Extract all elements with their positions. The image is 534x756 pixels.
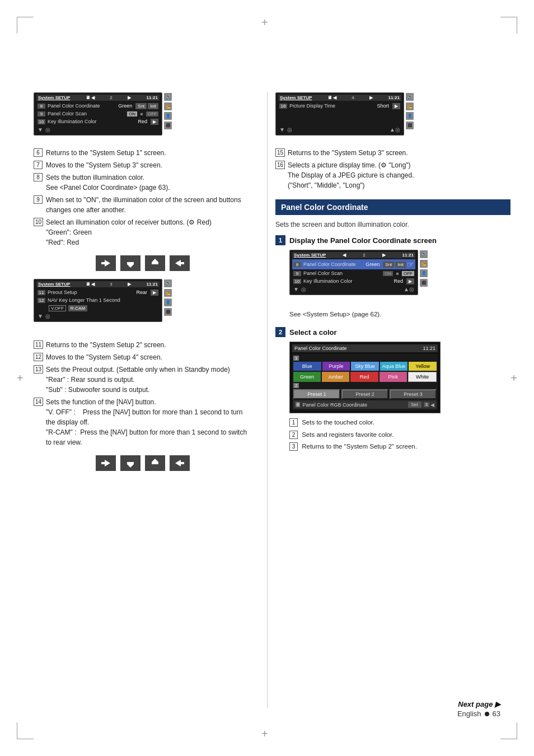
screen3-empty1 <box>278 110 401 118</box>
color-grid-body: 1 Blue Purple Sky Blue Aqua Blue Yellow … <box>292 354 438 410</box>
step1-content: System SETUP ◀ 2 ▶ 11:21 8 Panel Color C… <box>289 250 510 319</box>
corner-mark-tl <box>17 17 34 34</box>
text-15: Returns to the "System Setup 3" screen. <box>288 148 510 158</box>
step2-header: 2 Select a color <box>275 327 510 337</box>
side-icon3-2: 📻 <box>406 102 414 110</box>
nav-arrow-right2[interactable] <box>96 455 116 471</box>
screen2-nav-circle: ◎ <box>45 313 50 319</box>
step2-note2-num: 2 <box>289 431 298 439</box>
screen2-btn-voff[interactable]: V.OFF <box>49 305 66 311</box>
screen3-value16: Short <box>377 103 389 109</box>
screen1-nav-row: ▼ ◎ <box>36 125 160 133</box>
svg-marker-6 <box>152 459 158 464</box>
nav-arrow-down2[interactable] <box>120 455 140 471</box>
color-btn-pink[interactable]: Pink <box>380 372 407 382</box>
screen1-icons: 🖥 ◀ <box>86 95 95 100</box>
screen2-side-icons: 🔊 📻 👤 ⬛ <box>164 279 172 316</box>
rgb-label: Panel Color RGB Coordinate <box>302 402 407 408</box>
step1-value8: Green <box>366 262 380 267</box>
nav-arrow-up2[interactable] <box>145 455 165 471</box>
device-screen2: System SETUP 🖥 ◀ 3 ▶ 11:21 11 Preout Set… <box>34 279 162 322</box>
step1-btn-snt[interactable]: Snt <box>383 262 394 268</box>
screen1-arrow: ▶ <box>128 95 131 100</box>
color-btn-amber[interactable]: Amber <box>322 372 349 382</box>
nav-arrow-left2[interactable] <box>170 455 190 471</box>
color-btn-yellow[interactable]: Yellow <box>409 362 437 371</box>
text-13: Sets the Preout output. (Settable only w… <box>46 365 252 395</box>
side-icon2-1: 🔊 <box>164 279 172 287</box>
screen3-side-icons: 🔊 📻 👤 ⬛ <box>406 93 414 129</box>
text-14: Sets the function of the [NAV] button."V… <box>46 397 252 447</box>
step1-note: See <System Setup> (page 62). <box>289 310 510 319</box>
nav-arrows-1 <box>34 255 252 271</box>
screen1-pagenum: 2 <box>110 95 112 100</box>
side-icon2-2: 📻 <box>164 289 172 297</box>
screen3-badge16: 16 <box>279 104 287 109</box>
side-icon3-1: 🔊 <box>406 93 414 101</box>
color-btn-red[interactable]: Red <box>350 372 378 382</box>
screen2-arrow: ▶ <box>128 282 131 287</box>
preset-btn-3[interactable]: Preset 3 <box>390 389 437 399</box>
screen2-pagenum: 3 <box>110 282 112 287</box>
screen2-badge12: 12 <box>38 298 45 303</box>
preset-btn-1[interactable]: Preset 1 <box>293 389 340 399</box>
color-btn-skyblue[interactable]: Sky Blue <box>351 362 379 371</box>
step1-row10: 10 Key Illumination Color Red ▶ <box>292 277 415 285</box>
color-badge1: 1 <box>293 356 299 361</box>
screen2-label12: NAV Key Longer Than 1 Second <box>48 297 158 303</box>
crosshair-right <box>510 372 517 385</box>
screen2-btn-rcam[interactable]: R-CAM <box>68 305 87 311</box>
step1-label9: Panel Color Scan <box>303 270 378 276</box>
color-btn-aquablue[interactable]: Aqua Blue <box>380 362 408 371</box>
preset-btn-2[interactable]: Preset 2 <box>341 389 388 399</box>
column-divider <box>267 92 268 708</box>
rgb-set-btn[interactable]: Set <box>408 402 421 408</box>
screen1-value10: Red <box>138 119 147 124</box>
step1-screen-wrapper: System SETUP ◀ 2 ▶ 11:21 8 Panel Color C… <box>289 250 418 301</box>
step1-device-screen: System SETUP ◀ 2 ▶ 11:21 8 Panel Color C… <box>289 250 418 295</box>
step1-screen-time: 11:21 <box>402 253 414 258</box>
nav-arrow-down1[interactable] <box>120 255 140 271</box>
nav-arrow-left1[interactable] <box>170 255 190 271</box>
step1-screen-icons: ◀ <box>343 253 346 258</box>
step2-title: Select a color <box>289 328 337 337</box>
screen1-btn-init[interactable]: Init <box>148 103 158 109</box>
step1-btn-init[interactable]: Init <box>395 262 406 268</box>
step1-header: 1 Display the Panel Color Coordinate scr… <box>275 235 510 245</box>
desc-item-14: 14 Sets the function of the [NAV] button… <box>34 397 252 447</box>
screen1-btn-snt[interactable]: Snt <box>135 103 147 109</box>
color-btn-blue[interactable]: Blue <box>293 362 321 371</box>
screen1-row8: 8 Panel Color Coordinate Green Snt Init <box>36 102 160 110</box>
screen1-label9: Panel Color Scan <box>48 111 123 116</box>
color-grid: Panel Color Coordinate 11:21 1 Blue Purp… <box>289 342 441 413</box>
side-icon4: ⬛ <box>164 122 172 129</box>
nav-arrow-up1[interactable] <box>145 255 165 271</box>
step1-badge8: 8 <box>293 262 301 267</box>
screen3-nav-row: ▼ ◎ ▲◎ <box>278 125 401 133</box>
page-number: 63 <box>493 710 500 718</box>
screen1-row10: 10 Key Illumination Color Red ▶ <box>36 118 160 125</box>
screen1-arrow10: ▶ <box>151 119 158 125</box>
step1-row9: 9 Panel Color Scan ON ■ OFF <box>292 269 415 277</box>
step1-title: Display the Panel Color Coordinate scree… <box>289 236 437 245</box>
device-screen3: System SETUP 🖥 ◀ 4 ▶ 11:21 16 Picture Di… <box>275 92 404 136</box>
screen3-title: System SETUP <box>280 95 312 100</box>
crosshair-bottom <box>261 728 273 739</box>
num-15: 15 <box>275 148 288 158</box>
screen1-time: 11:21 <box>146 95 157 100</box>
num-16: 16 <box>275 160 288 190</box>
screen1-label10: Key Illumination Color <box>48 119 135 124</box>
desc-item-6: 6 Returns to the "System Setup 1" screen… <box>34 148 252 158</box>
page-indicator: English 63 <box>457 710 500 718</box>
nav-arrow-right1[interactable] <box>96 255 116 271</box>
step1-badge9: 9 <box>293 271 301 276</box>
color-btn-purple[interactable]: Purple <box>322 362 350 371</box>
color-btn-green[interactable]: Green <box>293 372 321 382</box>
svg-marker-0 <box>101 260 110 267</box>
screen3-row16: 16 Picture Display Time Short ▶ <box>278 102 401 110</box>
rgb-back-icon: ◀ <box>430 402 434 408</box>
svg-marker-2 <box>152 259 158 264</box>
color-btn-white[interactable]: White <box>408 372 437 382</box>
desc-list-2: 11 Returns to the "System Setup 2" scree… <box>34 340 252 447</box>
num-8: 8 <box>34 172 46 193</box>
